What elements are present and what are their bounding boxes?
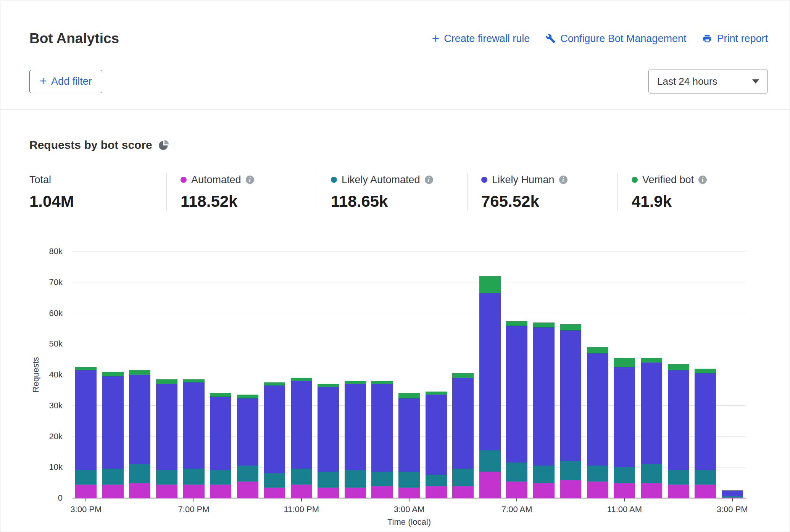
- bar-segment-automated: [614, 483, 635, 498]
- wrench-icon: [546, 34, 556, 44]
- info-icon[interactable]: i: [559, 176, 568, 184]
- legend-dot: [331, 177, 337, 183]
- x-tick-label: 7:00 PM: [163, 504, 224, 515]
- create-firewall-rule-link[interactable]: + Create firewall rule: [432, 33, 530, 45]
- x-tick-label: 11:00 PM: [271, 504, 332, 515]
- bar-segment-likely-human: [533, 327, 555, 466]
- x-tick-mark: [732, 498, 733, 501]
- bar-segment-automated: [291, 484, 312, 498]
- bar-segment-likely-human: [506, 326, 527, 463]
- bar-segment-automated: [668, 484, 689, 498]
- bar-segment-likely-human: [210, 397, 231, 471]
- bar-segment-verified-bot: [156, 379, 177, 384]
- bar-segment-verified-bot: [102, 372, 124, 376]
- bar-segment-automated: [237, 481, 258, 498]
- bar-segment-likely-human: [291, 381, 312, 469]
- bar[interactable]: [398, 393, 420, 498]
- bar[interactable]: [722, 490, 743, 498]
- bar-segment-automated: [75, 484, 97, 498]
- bar-segment-verified-bot: [264, 382, 285, 385]
- bar-segment-verified-bot: [75, 367, 97, 370]
- bar[interactable]: [345, 381, 366, 498]
- stat-value: 765.52k: [481, 192, 617, 211]
- bar-segment-likely-automated: [452, 469, 474, 485]
- bar-segment-likely-human: [318, 387, 339, 472]
- bar[interactable]: [614, 358, 635, 498]
- info-icon[interactable]: i: [246, 176, 254, 184]
- bar[interactable]: [479, 276, 501, 498]
- legend-dot: [181, 177, 187, 183]
- bar[interactable]: [668, 364, 689, 498]
- bar-segment-verified-bot: [426, 392, 447, 395]
- add-filter-label: Add filter: [51, 76, 92, 87]
- bar[interactable]: [560, 324, 581, 498]
- header-filter-row: + Add filter Last 24 hours: [29, 69, 768, 94]
- bar-segment-likely-human: [614, 367, 635, 467]
- stat-value: 118.52k: [181, 192, 317, 211]
- gridline: [73, 251, 746, 252]
- bar[interactable]: [533, 322, 555, 498]
- gridline: [73, 313, 746, 313]
- bar-segment-automated: [264, 487, 285, 498]
- info-icon[interactable]: i: [425, 176, 433, 184]
- time-range-select[interactable]: Last 24 hours: [648, 69, 768, 94]
- bar-segment-verified-bot: [371, 381, 393, 384]
- header-divider: [0, 110, 790, 110]
- bar-segment-likely-automated: [426, 475, 447, 485]
- bar-segment-likely-automated: [102, 469, 124, 484]
- x-tick-mark: [193, 498, 194, 501]
- bar[interactable]: [371, 381, 393, 498]
- bar-segment-likely-automated: [479, 450, 501, 472]
- bar-segment-likely-automated: [264, 473, 285, 487]
- section-title-row: Requests by bot score: [29, 137, 768, 153]
- y-tick-label: 80k: [0, 246, 63, 257]
- stats-row: Total1.04MAutomatedi118.52kLikely Automa…: [29, 173, 768, 211]
- time-range-value: Last 24 hours: [657, 76, 717, 87]
- bar[interactable]: [318, 384, 339, 498]
- stat-label: Verified bot: [642, 174, 694, 186]
- bar-segment-likely-human: [75, 370, 97, 470]
- stat-label-row: Likely Humani: [481, 173, 617, 186]
- bar-segment-likely-human: [264, 385, 285, 473]
- bar-segment-verified-bot: [533, 322, 555, 327]
- x-tick-mark: [409, 498, 410, 501]
- bar[interactable]: [587, 347, 608, 498]
- bar[interactable]: [264, 382, 285, 498]
- bar[interactable]: [291, 378, 312, 498]
- bar-segment-verified-bot: [587, 347, 608, 353]
- bar-segment-likely-automated: [75, 470, 97, 484]
- bar-segment-likely-automated: [291, 469, 312, 484]
- x-tick-mark: [624, 498, 625, 501]
- bar[interactable]: [156, 379, 177, 498]
- bar[interactable]: [641, 358, 662, 498]
- bar[interactable]: [506, 321, 527, 498]
- bar[interactable]: [237, 395, 258, 498]
- bar-segment-automated: [722, 497, 743, 498]
- configure-bot-management-link[interactable]: Configure Bot Management: [546, 33, 686, 45]
- bar[interactable]: [183, 379, 205, 498]
- bar-segment-automated: [587, 481, 608, 498]
- info-icon[interactable]: i: [698, 176, 707, 184]
- bar[interactable]: [102, 372, 124, 498]
- bar[interactable]: [695, 369, 716, 498]
- y-tick-label: 60k: [0, 308, 63, 319]
- stat-label-row: Automatedi: [181, 173, 317, 186]
- bar[interactable]: [210, 393, 231, 498]
- stat-label: Automated: [191, 174, 241, 186]
- bar[interactable]: [75, 367, 97, 498]
- bar-segment-verified-bot: [452, 373, 474, 378]
- bar-segment-verified-bot: [129, 370, 150, 375]
- stat-label-row: Verified boti: [632, 173, 768, 186]
- bar-segment-likely-automated: [318, 472, 339, 487]
- action-label: Configure Bot Management: [560, 33, 686, 45]
- bar-segment-automated: [560, 480, 581, 498]
- x-tick-mark: [516, 498, 517, 501]
- print-report-link[interactable]: Print report: [702, 33, 768, 45]
- bar[interactable]: [452, 373, 474, 498]
- add-filter-button[interactable]: + Add filter: [29, 70, 102, 93]
- bar[interactable]: [426, 392, 447, 498]
- bar[interactable]: [129, 370, 150, 498]
- gridline: [73, 344, 746, 344]
- bar-segment-likely-human: [398, 398, 420, 472]
- bar-segment-automated: [426, 486, 447, 498]
